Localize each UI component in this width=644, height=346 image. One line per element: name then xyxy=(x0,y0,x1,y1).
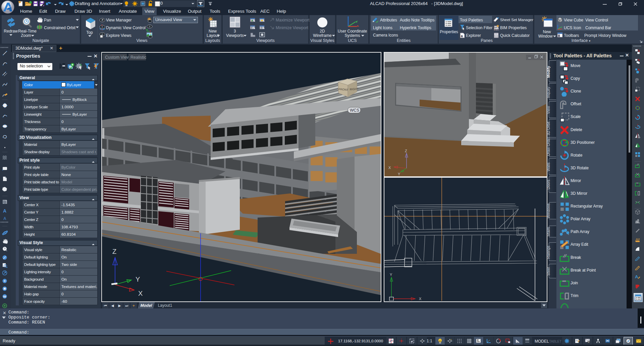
svg-text:a: a xyxy=(461,34,463,38)
svg-text:Z: Z xyxy=(405,149,407,153)
svg-text:WCS: WCS xyxy=(350,108,359,113)
svg-text:Y: Y xyxy=(390,273,392,277)
svg-text:Y: Y xyxy=(398,172,400,176)
svg-text:Custom View: Custom View xyxy=(105,55,130,60)
svg-text:A: A xyxy=(635,274,638,279)
svg-text:X: X xyxy=(388,166,391,170)
svg-text:A: A xyxy=(3,208,6,214)
svg-text:Y: Y xyxy=(136,276,140,283)
svg-text:BIM: BIM xyxy=(494,28,499,31)
svg-text:Z: Z xyxy=(112,248,116,255)
svg-text:A: A xyxy=(251,19,253,22)
svg-text:X: X xyxy=(419,297,422,301)
svg-text:A: A xyxy=(3,216,6,221)
svg-text:Realistic: Realistic xyxy=(130,55,146,60)
svg-text:X: X xyxy=(138,290,143,297)
svg-text:FRONT: FRONT xyxy=(338,88,348,92)
svg-text:A: A xyxy=(439,340,441,342)
svg-text:?: ? xyxy=(261,26,262,30)
